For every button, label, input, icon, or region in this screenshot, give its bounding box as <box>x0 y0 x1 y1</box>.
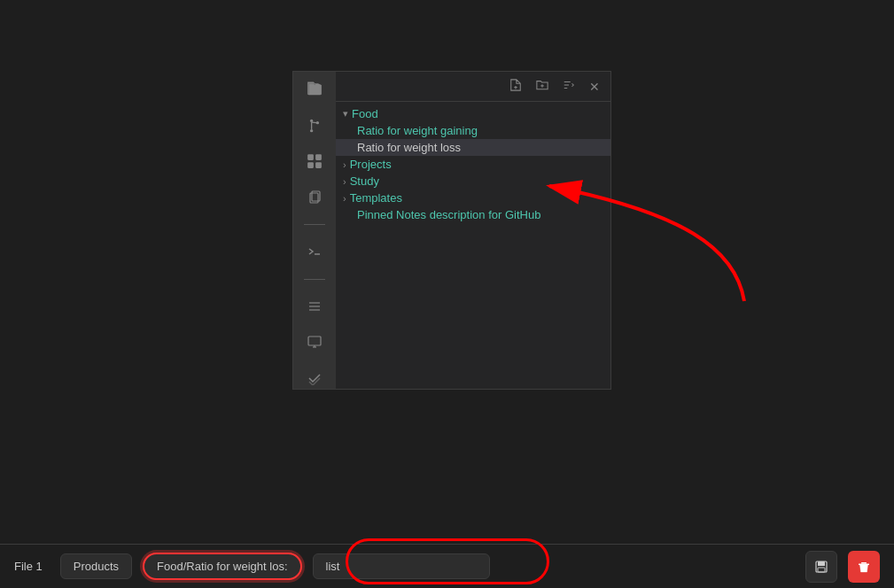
products-label: Products <box>74 560 119 573</box>
file-tree: ✕ ▾ Food Ratio for weight gaining Ratio … <box>336 72 610 389</box>
source-control-icon[interactable] <box>302 115 327 137</box>
products-pill[interactable]: Products <box>60 553 132 579</box>
pinned-notes-item[interactable]: Pinned Notes description for GitHub <box>336 206 610 223</box>
terminal-icon[interactable] <box>302 241 327 263</box>
save-button[interactable] <box>805 551 837 583</box>
food-label: Food <box>352 107 378 120</box>
study-arrow: › <box>343 176 346 187</box>
path-label: Food/Ratio for weight los: <box>157 560 287 573</box>
svg-rect-7 <box>307 162 314 168</box>
svg-rect-27 <box>818 561 825 566</box>
study-group[interactable]: › Study <box>336 173 610 190</box>
svg-rect-29 <box>861 562 867 564</box>
svg-rect-30 <box>859 563 869 565</box>
projects-arrow: › <box>343 159 346 170</box>
copy-icon[interactable] <box>302 187 327 209</box>
ratio-loss-item[interactable]: Ratio for weight loss <box>336 139 610 156</box>
ratio-gaining-item[interactable]: Ratio for weight gaining <box>336 122 610 139</box>
new-file-icon[interactable] <box>506 77 525 96</box>
list-label: list <box>326 560 340 573</box>
ratio-loss-label: Ratio for weight loss <box>357 141 461 154</box>
sidebar-panel: ✕ ▾ Food Ratio for weight gaining Ratio … <box>292 71 611 390</box>
sort-icon[interactable] <box>559 77 579 96</box>
svg-rect-6 <box>315 154 322 160</box>
divider <box>304 224 325 225</box>
tree-toolbar: ✕ <box>336 72 610 102</box>
explorer-icon[interactable] <box>302 79 327 101</box>
new-folder-icon[interactable] <box>533 77 552 96</box>
file-label: File 1 <box>14 560 43 573</box>
study-label: Study <box>350 174 379 188</box>
ratio-gaining-label: Ratio for weight gaining <box>357 124 478 137</box>
close-icon[interactable]: ✕ <box>586 78 603 96</box>
activity-bar <box>293 72 336 389</box>
path-pill[interactable]: Food/Ratio for weight los: <box>143 553 301 580</box>
svg-rect-28 <box>818 568 825 572</box>
templates-arrow: › <box>343 193 346 204</box>
status-bar: File 1 Products Food/Ratio for weight lo… <box>0 544 894 588</box>
list-icon[interactable] <box>302 295 327 317</box>
projects-group[interactable]: › Projects <box>336 156 610 173</box>
list-pill[interactable]: list <box>313 553 490 579</box>
food-group[interactable]: ▾ Food <box>336 105 610 122</box>
svg-rect-15 <box>308 337 321 345</box>
tree-content: ▾ Food Ratio for weight gaining Ratio fo… <box>336 102 610 389</box>
templates-label: Templates <box>350 191 402 205</box>
svg-line-4 <box>312 122 317 123</box>
delete-button[interactable] <box>848 551 880 583</box>
svg-rect-8 <box>315 162 322 168</box>
projects-label: Projects <box>350 158 392 171</box>
check-icon[interactable] <box>302 367 327 389</box>
pinned-notes-label: Pinned Notes description for GitHub <box>357 208 540 221</box>
templates-group[interactable]: › Templates <box>336 190 610 206</box>
svg-point-1 <box>310 129 313 132</box>
collapse-arrow: ▾ <box>343 108 348 120</box>
svg-rect-5 <box>307 154 314 160</box>
monitor-icon[interactable] <box>302 331 327 353</box>
extensions-icon[interactable] <box>302 151 327 173</box>
divider2 <box>304 279 325 280</box>
